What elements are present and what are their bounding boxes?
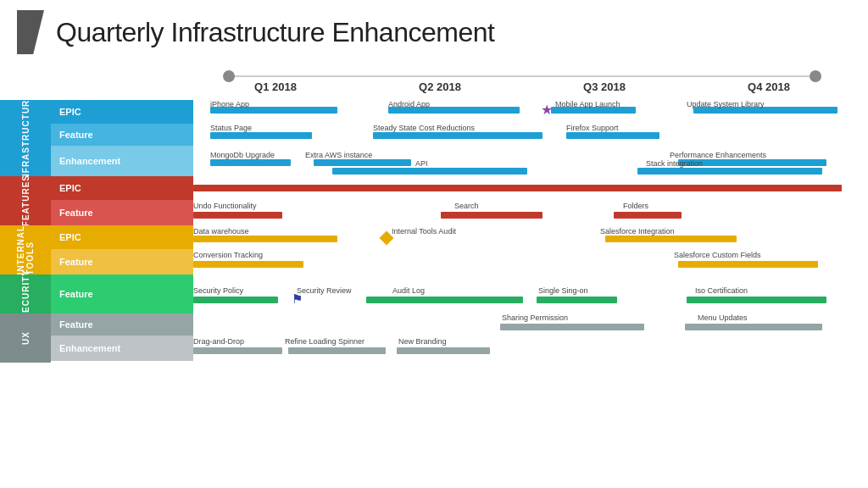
bar-firefox-support [566, 132, 659, 139]
label-folders: Folders [623, 202, 648, 210]
bar-folders [614, 212, 682, 219]
bar-aws [314, 159, 411, 166]
timeline-line [227, 75, 817, 77]
category-infrastructure-label: Infrastructure [21, 93, 31, 183]
features-epic-label: EPIC [51, 176, 193, 200]
quarter-q2: Q2 2018 [358, 80, 522, 93]
bar-mongodb [210, 159, 291, 166]
label-data-warehouse: Data warehouse [193, 227, 249, 236]
internal-epic-label: EPIC [51, 225, 193, 249]
bar-api [332, 168, 527, 175]
label-salesforce-custom: Salesforce Custom Fields [674, 251, 761, 259]
bar-security-policy [193, 297, 278, 303]
label-stack-integration: Stack integration [646, 159, 703, 168]
quarter-labels: Q1 2018 Q2 2018 Q3 2018 Q4 2018 [193, 80, 851, 93]
bar-drag-drop [193, 347, 282, 354]
quarter-q1: Q1 2018 [193, 80, 358, 93]
label-api: API [415, 159, 428, 168]
header-accent [17, 10, 44, 54]
internal-feature-label: Feature [51, 249, 193, 274]
bar-menu-updates [685, 324, 822, 330]
label-steady-state: Steady State Cost Reductions [373, 124, 475, 132]
header: Quarterly Infrastructure Enhancement [0, 0, 868, 59]
bar-stack-integration [637, 168, 822, 175]
label-android-app: Android App [388, 100, 430, 108]
label-status-page: Status Page [210, 124, 252, 132]
label-sharing-permission: Sharing Permission [502, 313, 568, 322]
quarter-q3: Q3 2018 [522, 80, 687, 93]
bar-audit-log [366, 297, 523, 303]
category-features: Features [0, 176, 51, 225]
bar-salesforce-custom [678, 261, 818, 268]
label-iso-certification: Iso Certification [695, 286, 748, 295]
infrastructure-enhancement-label: Enhancement [51, 146, 193, 176]
bar-undo-functionality [193, 212, 282, 219]
page-title: Quarterly Infrastructure Enhancement [56, 17, 494, 48]
bar-new-branding [397, 347, 490, 354]
label-internal-tools-audit: Internal Tools Audit [392, 227, 456, 236]
category-security-label: Security [21, 269, 31, 319]
label-menu-updates: Menu Updates [698, 313, 748, 322]
label-iphone-app: iPhone App [210, 100, 249, 108]
label-search: Search [454, 202, 479, 210]
bar-conversion-tracking [193, 261, 303, 268]
label-mongodb: MongoDb Upgrade [210, 151, 275, 159]
category-internal-tools: Internal tools [0, 225, 51, 274]
page: Quarterly Infrastructure Enhancement Q1 … [0, 0, 868, 488]
label-single-signon: Single Sing-on [538, 286, 588, 295]
quarter-q4: Q4 2018 [687, 80, 851, 93]
label-security-policy: Security Policy [193, 286, 243, 295]
label-drag-drop: Drag-and-Drop [193, 337, 244, 346]
bar-search [441, 212, 542, 219]
infrastructure-feature-label: Feature [51, 124, 193, 146]
label-firefox-support: Firefox Support [566, 124, 619, 132]
category-security: Security [0, 274, 51, 313]
label-performance: Performance Enhancements [670, 151, 766, 159]
label-new-branding: New Branding [398, 337, 447, 346]
bar-status-page [210, 132, 312, 139]
label-conversion-tracking: Conversion Tracking [193, 251, 263, 259]
features-feature-label: Feature [51, 200, 193, 225]
label-refine-loading: Refine Loading Spinner [285, 337, 364, 346]
label-salesforce-integration: Salesforce Integration [600, 227, 675, 236]
main-content: Infrastructure EPIC Feature Enhancement … [0, 100, 868, 488]
label-update-system-library: Update System Library [687, 100, 765, 108]
infrastructure-epic-label: EPIC [51, 100, 193, 124]
bar-iso-certification [687, 297, 826, 303]
label-mobile-app-launch: Mobile App Launch [555, 100, 620, 108]
bar-sharing-permission [500, 324, 644, 330]
category-ux-label: UX [21, 331, 31, 345]
bar-single-signon [537, 297, 617, 303]
star-icon: ★ [541, 102, 553, 118]
category-internal-tools-label: Internal tools [16, 225, 35, 274]
category-infrastructure: Infrastructure [0, 100, 51, 176]
bar-refine-loading [288, 347, 386, 354]
bar-features-epic [193, 185, 842, 191]
label-undo-functionality: Undo Functionality [193, 202, 257, 210]
bar-salesforce-integration [605, 236, 737, 242]
label-audit-log: Audit Log [392, 286, 425, 295]
ux-enhancement-label: Enhancement [51, 336, 193, 361]
label-security-review: Security Review [297, 286, 352, 295]
bar-data-warehouse [193, 236, 337, 242]
category-ux: UX [0, 313, 51, 363]
category-features-label: Features [21, 175, 31, 226]
ux-feature-label: Feature [51, 313, 193, 336]
label-aws: Extra AWS instance [305, 151, 372, 159]
bar-steady-state [373, 132, 542, 139]
security-feature-label: Feature [51, 274, 193, 313]
